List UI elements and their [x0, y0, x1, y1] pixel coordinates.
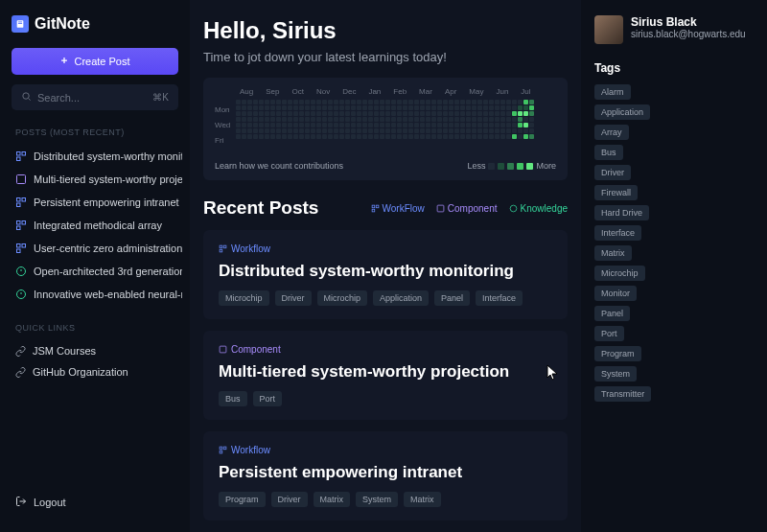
profile-email: sirius.black@hogwarts.edu [631, 29, 746, 39]
tag-chip[interactable]: Program [219, 492, 266, 507]
svg-rect-10 [17, 203, 21, 207]
svg-rect-4 [17, 152, 21, 156]
legend-more: More [536, 161, 556, 171]
svg-rect-1 [18, 22, 22, 23]
create-post-button[interactable]: Create Post [12, 48, 178, 75]
svg-point-23 [510, 205, 517, 212]
contrib-learn-link[interactable]: Learn how we count contributions [215, 161, 343, 171]
tag-item[interactable]: Array [594, 125, 629, 140]
filter-component[interactable]: Component [436, 203, 498, 214]
post-type-badge: Workflow [219, 243, 552, 254]
tag-chip[interactable]: Microchip [317, 290, 368, 306]
svg-rect-29 [223, 447, 226, 450]
avatar [594, 15, 623, 44]
profile-card[interactable]: Sirius Black sirius.black@hogwarts.edu [594, 15, 754, 44]
svg-rect-30 [220, 451, 222, 453]
tag-chip[interactable]: Port [253, 391, 283, 406]
svg-rect-25 [223, 245, 226, 248]
filter-knowledge[interactable]: Knowledge [509, 203, 568, 214]
tag-chip[interactable]: Interface [476, 290, 523, 306]
tag-item[interactable]: Firewall [594, 185, 638, 200]
legend-cell-1 [498, 163, 504, 170]
logout-label: Logout [34, 497, 66, 508]
legend-cell-2 [507, 163, 514, 170]
post-card[interactable]: WorkflowDistributed system-worthy monito… [203, 230, 568, 319]
tag-chip[interactable]: Application [373, 290, 429, 306]
quick-links-label: QUICK LINKS [8, 323, 182, 340]
posts-section-label: POSTS (MOST RECENT) [8, 127, 182, 145]
tag-chip[interactable]: Panel [434, 290, 470, 306]
post-title: Distributed system-worthy monitoring [219, 262, 552, 281]
sidebar-post-item[interactable]: Innovative web-enabled neural-net [8, 283, 182, 306]
sidebar-post-item[interactable]: User-centric zero administration ... [8, 237, 182, 260]
svg-rect-9 [22, 198, 26, 202]
recent-posts-title: Recent Posts [203, 197, 318, 219]
svg-rect-7 [17, 175, 26, 184]
svg-rect-16 [17, 249, 21, 253]
svg-rect-20 [376, 205, 379, 208]
svg-rect-12 [22, 221, 26, 225]
svg-rect-14 [17, 244, 21, 248]
sidebar-post-item[interactable]: Integrated methodical array [8, 214, 182, 237]
svg-rect-5 [22, 152, 26, 156]
sidebar-post-item[interactable]: Multi-tiered system-worthy proje... [8, 168, 182, 191]
svg-rect-22 [437, 205, 444, 212]
tag-item[interactable]: Microchip [594, 266, 645, 281]
tag-item[interactable]: Transmitter [594, 386, 651, 402]
post-title: Persistent empowering intranet [219, 463, 552, 482]
svg-rect-11 [17, 221, 21, 225]
tag-item[interactable]: Program [594, 346, 641, 361]
tag-item[interactable]: Monitor [594, 286, 637, 301]
svg-rect-21 [372, 209, 375, 212]
tag-item[interactable]: Driver [594, 165, 631, 180]
legend-cell-4 [526, 163, 533, 170]
sidebar-post-item[interactable]: Persistent empowering intranet [8, 191, 182, 214]
svg-rect-24 [220, 245, 222, 248]
tag-item[interactable]: Panel [594, 306, 630, 321]
tag-item[interactable]: Port [594, 326, 624, 341]
tag-chip[interactable]: Driver [271, 492, 308, 507]
app-name: GitNote [35, 15, 90, 33]
svg-rect-6 [17, 157, 21, 161]
logout-icon [15, 496, 27, 509]
tags-title: Tags [594, 61, 754, 75]
svg-rect-19 [372, 205, 375, 208]
post-title: Multi-tiered system-worthy projection [219, 362, 552, 382]
plus-icon [59, 56, 69, 67]
svg-rect-28 [220, 447, 222, 450]
profile-name: Sirius Black [631, 15, 746, 29]
legend-cell-3 [517, 163, 523, 170]
logout-button[interactable]: Logout [8, 488, 182, 517]
quick-link-item[interactable]: GitHub Organization [8, 361, 182, 382]
tag-item[interactable]: Alarm [594, 84, 631, 100]
svg-rect-15 [22, 244, 26, 248]
tag-item[interactable]: Interface [594, 225, 641, 241]
search-input[interactable]: Search... ⌘K [12, 84, 178, 110]
search-icon [21, 91, 32, 104]
tag-chip[interactable]: Driver [275, 290, 312, 306]
tag-item[interactable]: Matrix [594, 245, 632, 261]
sidebar: GitNote Create Post Search... ⌘K POSTS (… [0, 0, 190, 532]
logo-icon [12, 15, 29, 33]
tag-chip[interactable]: Matrix [314, 492, 351, 507]
post-type-badge: Component [219, 344, 552, 355]
tag-chip[interactable]: Bus [219, 391, 247, 406]
tag-item[interactable]: Bus [594, 145, 623, 160]
tag-chip[interactable]: Microchip [219, 290, 269, 306]
svg-rect-13 [17, 226, 21, 230]
tag-item[interactable]: Application [594, 104, 650, 120]
post-card[interactable]: ComponentMulti-tiered system-worthy proj… [203, 331, 568, 420]
tag-chip[interactable]: Matrix [404, 492, 441, 507]
app-logo[interactable]: GitNote [8, 15, 182, 48]
filter-workflow[interactable]: WorkFlow [371, 203, 425, 214]
legend-cell-0 [488, 163, 495, 170]
svg-rect-8 [17, 198, 21, 202]
tag-item[interactable]: System [594, 366, 637, 382]
quick-link-item[interactable]: JSM Courses [8, 340, 182, 361]
sidebar-post-item[interactable]: Distributed system-worthy monit... [8, 145, 182, 168]
tag-chip[interactable]: System [356, 492, 398, 507]
tag-item[interactable]: Hard Drive [594, 205, 649, 220]
sidebar-post-item[interactable]: Open-architected 3rd generation ... [8, 260, 182, 283]
post-card[interactable]: WorkflowPersistent empowering intranetPr… [203, 431, 568, 520]
svg-rect-2 [18, 23, 22, 24]
